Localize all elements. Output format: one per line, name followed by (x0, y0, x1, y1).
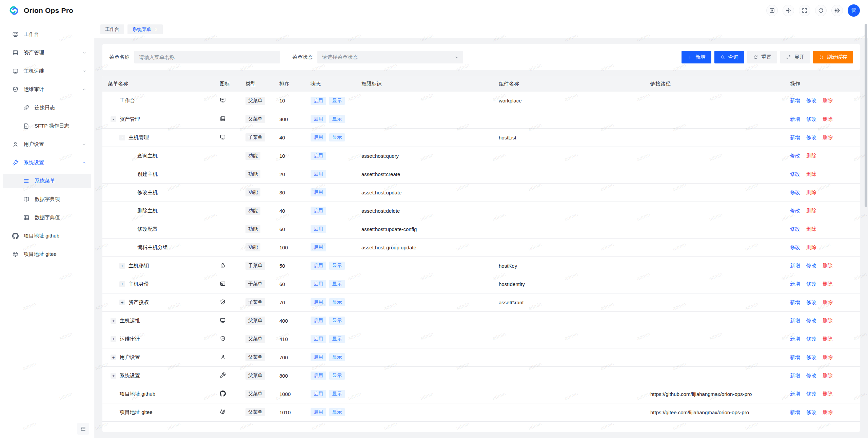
row-edit-link[interactable]: 修改 (806, 97, 816, 103)
sidebar-item-project-github[interactable]: 项目地址 github (3, 229, 91, 243)
row-add-link[interactable]: 新增 (790, 318, 800, 323)
sidebar-item-sftp-log[interactable]: SFTP 操作日志 (3, 119, 91, 133)
row-add-link[interactable]: 新增 (790, 336, 800, 342)
row-edit-link[interactable]: 修改 (806, 318, 816, 323)
expand-button[interactable]: 展开 (780, 51, 810, 63)
row-add-link[interactable]: 新增 (790, 116, 800, 122)
row-delete-link[interactable]: 删除 (806, 226, 816, 232)
row-edit-link[interactable]: 修改 (806, 116, 816, 122)
refresh-cache-button[interactable]: 刷新缓存 (813, 51, 853, 63)
sidebar-item-dict-value[interactable]: 数据字典值 (3, 210, 91, 225)
row-delete-link[interactable]: 删除 (823, 116, 833, 122)
theme-sun-button[interactable] (783, 5, 794, 16)
row-edit-link[interactable]: 修改 (790, 171, 800, 177)
sidebar-item-connect-log[interactable]: 连接日志 (3, 100, 91, 115)
avatar[interactable]: 管 (848, 4, 860, 17)
sidebar-item-dict-key[interactable]: 数据字典项 (3, 192, 91, 206)
row-add-link[interactable]: 新增 (790, 391, 800, 397)
sidebar-item-system-menu[interactable]: 系统菜单 (3, 174, 91, 188)
row-edit-link[interactable]: 修改 (806, 373, 816, 378)
search-button[interactable]: 查询 (714, 51, 744, 63)
status-badge: 启用 (311, 170, 326, 178)
add-button[interactable]: 新增 (682, 51, 711, 63)
sidebar-item-host-ops[interactable]: 主机运维 (3, 64, 91, 78)
expand-row-button[interactable]: + (119, 263, 125, 269)
row-delete-link[interactable]: 删除 (823, 318, 833, 323)
table-row: +资产授权子菜单70启用显示assetGrant新增修改删除 (102, 293, 860, 311)
row-edit-link[interactable]: 修改 (790, 208, 800, 213)
row-delete-link[interactable]: 删除 (823, 373, 833, 378)
row-add-link[interactable]: 新增 (790, 354, 800, 360)
sidebar-item-asset-management[interactable]: 资产管理 (3, 45, 91, 60)
menu-status-select[interactable]: 请选择菜单状态 (317, 51, 463, 63)
collapse-row-button[interactable]: - (111, 116, 116, 122)
column-header: 排序 (274, 76, 305, 92)
expand-row-button[interactable]: + (111, 336, 116, 342)
row-edit-link[interactable]: 修改 (806, 391, 816, 397)
sidebar-item-ops-audit[interactable]: 运维审计 (3, 82, 91, 96)
row-delete-link[interactable]: 删除 (806, 189, 816, 195)
row-add-link[interactable]: 新增 (790, 299, 800, 305)
reset-button[interactable]: 重置 (747, 51, 777, 63)
code-square-button[interactable] (766, 5, 778, 16)
row-edit-link[interactable]: 修改 (790, 189, 800, 195)
sidebar-item-project-gitee[interactable]: 项目地址 gitee (3, 247, 91, 261)
row-add-link[interactable]: 新增 (790, 134, 800, 140)
sidebar-collapse-button[interactable] (77, 423, 89, 435)
row-edit-link[interactable]: 修改 (806, 263, 816, 268)
menu-type-cell: 父菜单 (240, 92, 274, 110)
collapse-row-button[interactable]: - (119, 135, 125, 140)
row-delete-link[interactable]: 删除 (823, 263, 833, 268)
close-icon[interactable] (154, 27, 158, 32)
row-edit-link[interactable]: 修改 (806, 336, 816, 342)
row-delete-link[interactable]: 删除 (823, 281, 833, 287)
row-edit-link[interactable]: 修改 (806, 281, 816, 287)
row-add-link[interactable]: 新增 (790, 263, 800, 268)
sort-cell: 70 (274, 293, 305, 311)
row-add-link[interactable]: 新增 (790, 281, 800, 287)
expand-row-button[interactable]: + (119, 281, 125, 287)
sidebar-item-user-settings[interactable]: 用户设置 (3, 137, 91, 151)
row-edit-link[interactable]: 修改 (790, 226, 800, 232)
actions-cell: 新增修改删除 (785, 110, 860, 128)
expand-row-button[interactable]: + (111, 373, 116, 379)
row-delete-link[interactable]: 删除 (823, 134, 833, 140)
row-delete-link[interactable]: 删除 (806, 171, 816, 177)
page-scrollbar[interactable] (865, 24, 867, 207)
permission-cell (356, 366, 493, 385)
row-delete-link[interactable]: 删除 (823, 409, 833, 415)
row-edit-link[interactable]: 修改 (806, 409, 816, 415)
row-delete-link[interactable]: 删除 (823, 299, 833, 305)
menu-name-input[interactable] (134, 51, 280, 63)
row-delete-link[interactable]: 删除 (806, 208, 816, 213)
row-delete-link[interactable]: 删除 (806, 244, 816, 250)
tab-system-menu[interactable]: 系统菜单 (127, 24, 163, 34)
expand-row-button[interactable]: + (119, 300, 125, 305)
sidebar-item-workbench[interactable]: 工作台 (3, 27, 91, 41)
row-edit-link[interactable]: 修改 (790, 153, 800, 158)
menu-type-cell: 父菜单 (240, 348, 274, 366)
row-delete-link[interactable]: 删除 (823, 354, 833, 360)
status-cell: 启用 (305, 183, 356, 202)
sidebar-item-system-settings[interactable]: 系统设置 (3, 155, 91, 170)
row-add-link[interactable]: 新增 (790, 409, 800, 415)
row-delete-link[interactable]: 删除 (823, 391, 833, 397)
refresh-button[interactable] (815, 5, 827, 16)
row-edit-link[interactable]: 修改 (806, 354, 816, 360)
expand-row-button[interactable]: + (111, 318, 116, 324)
tab-workbench[interactable]: 工作台 (100, 24, 124, 34)
row-delete-link[interactable]: 删除 (823, 97, 833, 103)
type-badge: 功能 (245, 225, 260, 233)
gear-button[interactable] (831, 5, 843, 16)
row-edit-link[interactable]: 修改 (790, 244, 800, 250)
sort-cell: 30 (274, 183, 305, 202)
fullscreen-button[interactable] (799, 5, 810, 16)
content-area: 菜单名称 菜单状态 请选择菜单状态 新增 (94, 38, 868, 438)
row-delete-link[interactable]: 删除 (806, 153, 816, 158)
row-edit-link[interactable]: 修改 (806, 134, 816, 140)
row-add-link[interactable]: 新增 (790, 97, 800, 103)
row-delete-link[interactable]: 删除 (823, 336, 833, 342)
expand-row-button[interactable]: + (111, 355, 116, 360)
row-add-link[interactable]: 新增 (790, 373, 800, 378)
row-edit-link[interactable]: 修改 (806, 299, 816, 305)
